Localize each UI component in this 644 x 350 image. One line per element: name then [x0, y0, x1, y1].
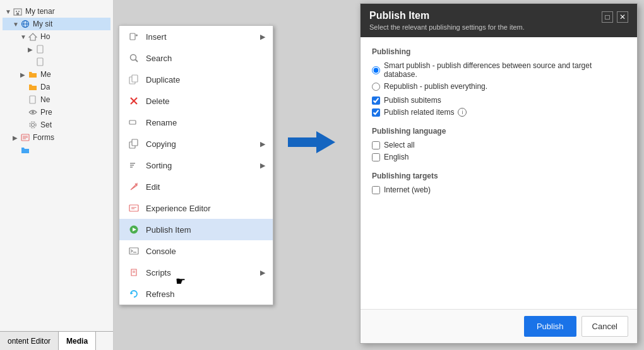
menu-item-duplicate[interactable]: Duplicate — [119, 69, 273, 90]
tree-item-page2[interactable]: ▶ — [3, 55, 110, 68]
tree-item-mysite[interactable]: ▼ My sit — [3, 18, 110, 30]
delete-label: Delete — [146, 96, 265, 106]
smart-publish-option[interactable]: Smart publish - publish differences betw… — [372, 61, 626, 79]
content-tree: ▼ My tenar ▼ My sit ▼ Ho ▶ — [0, 0, 113, 161]
tree-item-data[interactable]: ▶ Da — [3, 81, 110, 93]
tree-item-pre[interactable]: ▶ Pre — [3, 106, 110, 119]
publish-subitems-option[interactable]: Publish subitems — [372, 96, 626, 105]
select-all-option[interactable]: Select all — [372, 141, 626, 149]
tree-item-tenant[interactable]: ▼ My tenar — [3, 5, 110, 18]
tree-item-page1[interactable]: ▶ — [3, 43, 110, 55]
ne-label: Ne — [40, 95, 50, 104]
republish-option[interactable]: Republish - publish everything. — [372, 82, 626, 91]
folder-blue-icon — [20, 145, 30, 155]
copying-label: Copying — [146, 139, 260, 149]
svg-marker-7 — [29, 33, 37, 40]
refresh-icon — [127, 287, 141, 301]
internet-web-checkbox[interactable] — [372, 186, 380, 194]
svg-rect-24 — [132, 75, 138, 82]
search-icon — [127, 51, 141, 65]
dialog-restore-button[interactable]: □ — [602, 11, 613, 23]
exp-editor-icon — [127, 201, 141, 215]
tree-item-ne[interactable]: ▶ Ne — [3, 93, 110, 106]
menu-item-copying[interactable]: Copying ▶ — [119, 133, 273, 155]
insert-icon — [127, 30, 141, 44]
sort-icon — [127, 158, 141, 172]
edit-icon — [127, 180, 141, 194]
menu-item-insert[interactable]: Insert ▶ — [119, 26, 273, 47]
tree-item-forms[interactable]: ▶ Forms — [3, 131, 110, 144]
cancel-button[interactable]: Cancel — [581, 316, 628, 337]
tab-content-editor-label: ontent Editor — [8, 337, 51, 346]
globe-icon — [20, 19, 30, 29]
svg-marker-43 — [131, 292, 133, 295]
console-icon — [127, 244, 141, 258]
menu-item-rename[interactable]: Rename — [119, 112, 273, 133]
dialog-title: Publish Item — [369, 10, 602, 21]
pre-label: Pre — [40, 108, 52, 117]
dialog-title-area: Publish Item Select the relevant publish… — [369, 10, 602, 31]
delete-icon — [127, 94, 141, 108]
rename-icon — [127, 115, 141, 129]
duplicate-icon — [127, 73, 141, 86]
menu-item-experience-editor[interactable]: Experience Editor — [119, 197, 273, 219]
svg-rect-27 — [129, 120, 136, 124]
smart-publish-radio[interactable] — [372, 66, 380, 74]
svg-rect-34 — [129, 205, 138, 211]
tree-item-home[interactable]: ▼ Ho — [3, 30, 110, 43]
tab-media[interactable]: Media — [59, 332, 96, 350]
left-panel: ▼ My tenar ▼ My sit ▼ Ho ▶ — [0, 0, 114, 350]
exp-editor-label: Experience Editor — [146, 204, 265, 213]
submenu-arrow: ▶ — [260, 161, 265, 170]
language-title: Publishing language — [372, 127, 626, 136]
svg-point-11 — [32, 111, 34, 114]
select-all-checkbox[interactable] — [372, 141, 380, 149]
expand-arrow: ▶ — [13, 134, 20, 141]
publish-dialog: Publish Item Select the relevant publish… — [360, 3, 638, 344]
svg-rect-10 — [30, 96, 35, 103]
menu-item-console[interactable]: Console — [119, 240, 273, 262]
menu-item-delete[interactable]: Delete — [119, 90, 273, 112]
publish-subitems-checkbox[interactable] — [372, 96, 380, 105]
internet-web-option[interactable]: Internet (web) — [372, 185, 626, 194]
publish-related-option[interactable]: Publish related items i — [372, 108, 626, 117]
tree-item-set[interactable]: ▶ Set — [3, 119, 110, 131]
tenant-label: My tenar — [25, 7, 55, 16]
dialog-body: Publishing Smart publish - publish diffe… — [361, 37, 637, 309]
menu-item-refresh[interactable]: Refresh — [119, 283, 273, 305]
scripts-icon — [127, 265, 141, 279]
smart-publish-label: Smart publish - publish differences betw… — [384, 61, 626, 79]
publish-button[interactable]: Publish — [524, 316, 576, 337]
svg-point-12 — [32, 124, 35, 127]
republish-radio[interactable] — [372, 83, 380, 91]
submenu-arrow: ▶ — [260, 33, 265, 41]
svg-rect-29 — [132, 139, 138, 146]
english-checkbox[interactable] — [372, 153, 380, 161]
page-gray-icon — [28, 95, 38, 105]
tab-content-editor[interactable]: ontent Editor — [0, 332, 59, 350]
eye-icon — [28, 107, 38, 117]
page-icon — [35, 57, 45, 67]
svg-rect-2 — [18, 11, 20, 12]
english-option[interactable]: English — [372, 153, 626, 161]
dialog-footer: Publish Cancel — [361, 309, 637, 343]
info-icon[interactable]: i — [458, 108, 467, 117]
big-arrow — [286, 126, 337, 158]
cursor-pointer: ☛ — [176, 274, 186, 288]
forms-label: Forms — [33, 133, 54, 142]
svg-rect-1 — [16, 11, 17, 12]
tree-item-extra[interactable]: ▶ — [3, 144, 110, 156]
menu-item-search[interactable]: Search — [119, 47, 273, 69]
menu-item-edit[interactable]: Edit — [119, 176, 273, 197]
building-icon — [13, 6, 23, 16]
svg-point-13 — [30, 122, 36, 128]
tree-item-media[interactable]: ▶ Me — [3, 68, 110, 81]
menu-item-publish-item[interactable]: Publish Item — [119, 219, 273, 240]
menu-item-sorting[interactable]: Sorting ▶ — [119, 155, 273, 176]
dialog-close-button[interactable]: ✕ — [617, 11, 628, 23]
menu-item-scripts[interactable]: Scripts ▶ — [119, 262, 273, 283]
publish-related-checkbox[interactable] — [372, 108, 380, 117]
rename-label: Rename — [146, 118, 265, 127]
targets-title: Publishing targets — [372, 172, 626, 180]
expand-arrow: ▼ — [20, 33, 28, 40]
